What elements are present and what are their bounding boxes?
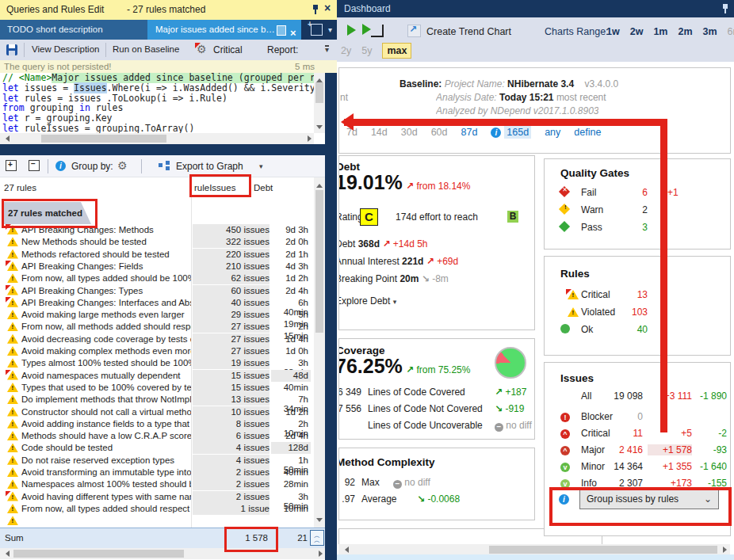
baseline-range-30d[interactable]: 30d: [401, 127, 418, 138]
table-row[interactable]: [0, 515, 314, 527]
issues-row[interactable]: !Blocker0: [545, 410, 728, 426]
warning-icon: [7, 334, 18, 345]
charts-range-max[interactable]: max: [382, 43, 411, 59]
dashboard-hscrollbar[interactable]: [338, 544, 730, 555]
baseline-range-any[interactable]: any: [545, 127, 560, 138]
table-row[interactable]: From now, all types added should respect…: [0, 503, 314, 515]
create-trend-chart-icon[interactable]: [407, 25, 421, 37]
issues-row[interactable]: vMinor14 364+1 355-1 640: [545, 460, 728, 476]
table-row[interactable]: New Methods should be tested322 issues2d…: [0, 236, 314, 248]
charts-range-2w[interactable]: 2w: [630, 26, 644, 37]
table-row[interactable]: Types almost 100% tested should be 100% …: [0, 357, 314, 369]
table-row[interactable]: Avoid making large methods even larger29…: [0, 309, 314, 321]
rule-issues-count: 4 issues: [193, 442, 270, 454]
list-vscrollbar[interactable]: [314, 177, 325, 528]
issues-row[interactable]: All19 098+3 111-1 890: [545, 390, 728, 406]
quality-gate-row[interactable]: Fail6+1: [545, 186, 728, 202]
code-vscrollbar[interactable]: [314, 73, 325, 133]
issues-row[interactable]: ^Major2 416+1 578-93: [545, 444, 728, 459]
table-row[interactable]: Avoid having different types with same n…: [0, 491, 314, 503]
collapse-sum-button[interactable]: ︿︿: [310, 530, 324, 546]
table-row[interactable]: Methods should have a low C.R.A.P score6…: [0, 430, 314, 442]
rules-summary-row[interactable]: Critical13: [545, 288, 728, 304]
code-editor[interactable]: // <Name>Major issues added since baseli…: [0, 73, 314, 133]
rule-debt: 1d 2h: [271, 407, 311, 417]
run-on-baseline-button[interactable]: Run on Baseline: [113, 44, 179, 54]
table-row[interactable]: Constructor should not call a virtual me…: [0, 406, 314, 418]
pin-icon[interactable]: [312, 5, 319, 14]
charts-range-1w[interactable]: 1w: [606, 26, 620, 37]
critical-button[interactable]: Critical: [213, 44, 243, 55]
table-row[interactable]: Avoid decreasing code coverage by tests …: [0, 333, 314, 345]
warning-icon: [7, 431, 18, 441]
baseline-range-14d[interactable]: 14d: [371, 127, 388, 138]
charts-range-2m[interactable]: 2m: [678, 26, 692, 37]
rule-name: Avoid making large methods even larger: [21, 310, 191, 319]
baseline-range-165d[interactable]: 165d: [504, 126, 531, 139]
table-row[interactable]: Do implement methods that throw NotImple…: [0, 394, 314, 406]
charts-range-5y[interactable]: 5y: [361, 45, 372, 56]
table-row[interactable]: Avoid making complex methods even more c…: [0, 345, 314, 357]
table-row[interactable]: Avoid transforming an immutable type int…: [0, 467, 314, 478]
save-icon[interactable]: [6, 44, 17, 55]
export-to-graph-button[interactable]: Export to Graph: [176, 161, 243, 172]
explore-debt-dropdown[interactable]: Explore Debt ▾: [338, 295, 396, 307]
project-name-label: Project Name:: [445, 78, 505, 90]
baseline-range-define[interactable]: define: [574, 127, 601, 138]
table-row[interactable]: Namespaces almost 100% tested should be …: [0, 478, 314, 490]
metric-delta: +14d 5h: [390, 238, 427, 250]
charts-range-1m[interactable]: 1m: [653, 26, 667, 37]
charts-range-2y[interactable]: 2y: [341, 45, 351, 56]
run-analysis-icon[interactable]: [347, 25, 356, 36]
group-by-gear-icon[interactable]: ⚙: [117, 159, 128, 172]
baseline-range-87d[interactable]: 87d: [461, 127, 477, 138]
tab-major-issues-added[interactable]: Major issues added since b… ×: [147, 20, 301, 40]
quality-gate-row[interactable]: Pass3: [545, 221, 728, 237]
rule-name: Avoid transforming an immutable type int…: [21, 467, 191, 477]
pin-icon[interactable]: [721, 4, 729, 13]
chevron-down-icon[interactable]: ▾: [259, 162, 263, 170]
table-row[interactable]: Methods refactored should be tested220 i…: [0, 249, 314, 261]
report-dropdown[interactable]: Report:: [267, 44, 298, 55]
collapse-all-icon[interactable]: [29, 160, 40, 171]
queries-panel-titlebar: Queries and Rules Edit - 27 rules matche…: [0, 0, 337, 20]
loc-count: 7 556: [338, 403, 361, 414]
create-trend-chart-button[interactable]: Create Trend Chart: [426, 26, 511, 37]
baseline-range-60d[interactable]: 60d: [431, 127, 448, 138]
warning-icon: [7, 504, 18, 514]
toolbar-overflow-icon[interactable]: ▾: [325, 45, 329, 53]
rules-summary-row[interactable]: Violated103: [545, 306, 728, 322]
paste-icon[interactable]: [277, 25, 286, 36]
table-row[interactable]: Avoid namespaces mutually dependent15 is…: [0, 370, 314, 382]
table-row[interactable]: Code should be tested4 issues128d: [0, 442, 314, 454]
quality-gate-row[interactable]: Warn2: [545, 204, 728, 219]
column-header-rules[interactable]: 27 rules: [4, 183, 36, 192]
rule-name: Code should be tested: [21, 443, 191, 452]
charts-range-3m[interactable]: 3m: [703, 26, 717, 37]
rules-summary-row[interactable]: Ok40: [545, 323, 728, 339]
table-row[interactable]: Types that used to be 100% covered by te…: [0, 382, 314, 394]
chevron-down-icon[interactable]: ▾: [328, 25, 332, 34]
run-analysis-compare-icon[interactable]: [371, 25, 384, 37]
table-row[interactable]: API Breaking Changes: Interfaces and Abs…: [0, 297, 314, 309]
rule-name: Avoid decreasing code coverage by tests …: [21, 334, 191, 344]
view-description-button[interactable]: View Description: [32, 44, 99, 54]
column-header-debt[interactable]: Debt: [254, 183, 273, 192]
info-icon: i: [491, 128, 501, 138]
code-hscrollbar[interactable]: [0, 133, 314, 144]
table-row[interactable]: Avoid adding instance fields to a type t…: [0, 418, 314, 430]
charts-range-6m[interactable]: 6m: [728, 26, 734, 37]
table-row[interactable]: API Breaking Changes: Fields210 issues4d…: [0, 261, 314, 272]
table-row[interactable]: API Breaking Changes: Types60 issues2d 4…: [0, 285, 314, 297]
new-query-icon[interactable]: [311, 24, 323, 36]
issues-row[interactable]: ^Critical11+5-2: [545, 427, 728, 443]
rules-list: API Breaking Changes: Methods450 issues9…: [0, 224, 314, 528]
tab-todo-short-description[interactable]: TODO short description: [0, 20, 147, 40]
table-row[interactable]: From now, all types added should be 100%…: [0, 272, 314, 284]
table-row[interactable]: From now, all methods added should respe…: [0, 321, 314, 333]
close-icon[interactable]: ×: [324, 2, 331, 14]
table-row[interactable]: Do not raise reserved exception types4 i…: [0, 455, 314, 467]
expand-all-icon[interactable]: [6, 160, 17, 171]
critical-gear-icon[interactable]: ⚙: [197, 43, 207, 55]
warning-icon: [7, 394, 18, 405]
